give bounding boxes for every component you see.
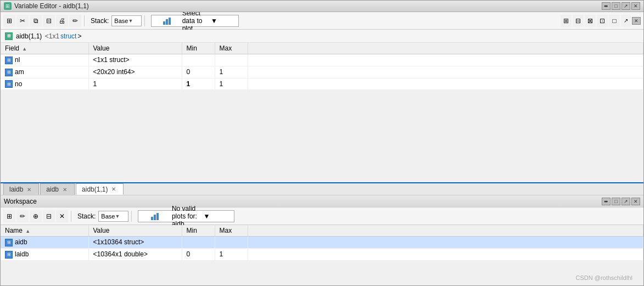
layout-btn-3[interactable]: ⊠ xyxy=(585,15,596,27)
ws-struct-icon: ⊞ xyxy=(5,251,13,259)
print-button[interactable]: 🖨 xyxy=(56,15,68,27)
ws-extra-cell xyxy=(248,248,643,260)
ws-plot-dropdown[interactable]: No valid plots for: aidb ▼ xyxy=(138,210,234,222)
restore-button[interactable]: □ xyxy=(612,2,620,10)
ws-plot-icon xyxy=(142,212,169,221)
app-icon: ⊞ xyxy=(4,2,12,10)
field-cell: ⊞nl xyxy=(1,54,88,66)
ws-col-header-name[interactable]: Name ▲ xyxy=(1,225,88,237)
ws-delete-button[interactable]: ✕ xyxy=(56,210,68,222)
tab-laidb[interactable]: laidb✕ xyxy=(3,183,39,195)
table-row[interactable]: ⊞am<20x20 int64>01 xyxy=(1,66,643,78)
col-header-min[interactable]: Min xyxy=(182,43,215,54)
ws-stack-label: Stack: xyxy=(77,212,96,220)
max-cell xyxy=(215,54,248,66)
ws-table-row[interactable]: ⊞laidb<10364x1 double>01 xyxy=(1,248,643,260)
tab-label: laidb xyxy=(9,186,23,193)
layout-btn-4[interactable]: ⊡ xyxy=(597,15,608,27)
table-row[interactable]: ⊞nl<1x1 struct> xyxy=(1,54,643,66)
var-struct-icon: ⊞ xyxy=(5,32,13,40)
min-cell: 1 xyxy=(182,78,215,90)
ws-max-cell xyxy=(215,237,248,249)
svg-rect-5 xyxy=(156,213,159,220)
col-header-extra xyxy=(248,43,643,54)
breadcrumb-var: aidb(1,1) xyxy=(16,32,42,40)
svg-rect-1 xyxy=(166,19,168,25)
breadcrumb-close-chevron: > xyxy=(77,32,81,40)
stack-label: Stack: xyxy=(91,17,109,25)
layout-btn-5[interactable]: □ xyxy=(609,15,620,27)
tab-close-button[interactable]: ✕ xyxy=(110,186,117,193)
layout-btn-2[interactable]: ⊟ xyxy=(573,15,584,27)
ws-col-header-min[interactable]: Min xyxy=(182,225,215,237)
ws-edit-button[interactable]: ✏ xyxy=(16,210,29,222)
breadcrumb-bar: ⊞ aidb(1,1) <1x1 struct > xyxy=(1,30,643,43)
separator-2 xyxy=(144,15,145,26)
struct-link[interactable]: struct xyxy=(60,32,76,40)
col-value-label: Value xyxy=(93,44,110,52)
tab-aidb-1-1-[interactable]: aidb(1,1)✕ xyxy=(76,183,124,195)
close-workspace-button[interactable]: ✕ xyxy=(631,198,640,205)
layout-btn-1[interactable]: ⊞ xyxy=(561,15,572,27)
value-cell: <1x1 struct> xyxy=(88,54,182,66)
ws-col-header-value[interactable]: Value xyxy=(88,225,182,237)
watermark: CSDN @rothschildlhl xyxy=(576,274,632,281)
value-cell: <20x20 int64> xyxy=(88,66,182,78)
ws-import-button[interactable]: ⊕ xyxy=(30,210,42,222)
tab-close-button[interactable]: ✕ xyxy=(25,186,33,193)
float-button[interactable]: ↗ xyxy=(621,2,630,10)
workspace-title-label: Workspace xyxy=(4,198,602,205)
tab-close-button[interactable]: ✕ xyxy=(61,186,69,193)
col-header-max[interactable]: Max xyxy=(215,43,248,54)
stack-dropdown[interactable]: Base ▼ xyxy=(111,15,142,26)
main-container: ⊞ Variable Editor - aidb(1,1) ⬌ □ ↗ ✕ ⊞ … xyxy=(0,0,644,286)
col-field-label: Field xyxy=(5,44,19,52)
ws-col-name-label: Name xyxy=(5,227,23,234)
max-cell: 1 xyxy=(215,78,248,90)
ws-col-header-max[interactable]: Max xyxy=(215,225,248,237)
ws-col-max-label: Max xyxy=(220,227,232,234)
workspace-table: Name ▲ Value Min Max xyxy=(1,225,643,261)
svg-rect-3 xyxy=(151,217,153,220)
close-button[interactable]: ✕ xyxy=(631,2,640,10)
field-cell: ⊞no xyxy=(1,78,88,90)
ws-col-header-extra xyxy=(248,225,643,237)
ws-new-button[interactable]: ⊞ xyxy=(3,210,15,222)
pin-workspace-button[interactable]: ⬌ xyxy=(602,198,611,205)
plot-dropdown[interactable]: Select data to plot ▼ xyxy=(151,15,239,27)
min-cell: 0 xyxy=(182,66,215,78)
extra-cell xyxy=(248,54,643,66)
close-var-button[interactable]: ✕ xyxy=(632,17,641,25)
variable-editor-toolbar: ⊞ ✂ ⧉ ⊟ 🖨 ✏ Stack: Base ▼ xyxy=(1,12,643,30)
col-header-value[interactable]: Value xyxy=(88,43,182,54)
ws-name-cell: ⊞aidb xyxy=(1,237,88,249)
workspace-title-bar: Workspace ⬌ □ ↗ ✕ xyxy=(1,195,643,208)
ws-save-button[interactable]: ⊟ xyxy=(43,210,55,222)
workspace-panel: Workspace ⬌ □ ↗ ✕ ⊞ ✏ ⊕ ⊟ ✕ Stack: Base … xyxy=(1,195,643,286)
ws-min-cell xyxy=(182,237,215,249)
variable-table-container: Field ▲ Value Min Max xyxy=(1,43,643,182)
extra-cell xyxy=(248,66,643,78)
float-workspace-button[interactable]: ↗ xyxy=(621,198,630,205)
pin-button[interactable]: ⬌ xyxy=(602,2,611,10)
ws-stack-value: Base xyxy=(101,213,115,220)
value-cell: 1 xyxy=(88,78,182,90)
ws-table-row[interactable]: ⊞aidb<1x10364 struct> xyxy=(1,237,643,249)
title-bar: ⊞ Variable Editor - aidb(1,1) ⬌ □ ↗ ✕ xyxy=(1,1,643,12)
variable-editor-panel: ⊞ ✂ ⧉ ⊟ 🖨 ✏ Stack: Base ▼ xyxy=(1,12,643,182)
col-header-field[interactable]: Field ▲ xyxy=(1,43,88,54)
edit-button[interactable]: ✏ xyxy=(69,15,81,27)
copy-button[interactable]: ⧉ xyxy=(30,15,42,27)
ws-max-cell: 1 xyxy=(215,248,248,260)
new-variable-button[interactable]: ⊞ xyxy=(3,15,15,27)
tab-aidb[interactable]: aidb✕ xyxy=(40,183,75,195)
tab-label: aidb(1,1) xyxy=(82,186,108,193)
float-var-button[interactable]: ↗ xyxy=(621,15,631,27)
ws-stack-dropdown[interactable]: Base ▼ xyxy=(98,211,128,222)
paste-button[interactable]: ⊟ xyxy=(43,15,55,27)
field-struct-icon: ⊞ xyxy=(5,57,13,64)
cut-button[interactable]: ✂ xyxy=(16,15,29,27)
separator-1 xyxy=(84,15,85,26)
table-row[interactable]: ⊞no111 xyxy=(1,78,643,90)
restore-workspace-button[interactable]: □ xyxy=(612,198,620,205)
